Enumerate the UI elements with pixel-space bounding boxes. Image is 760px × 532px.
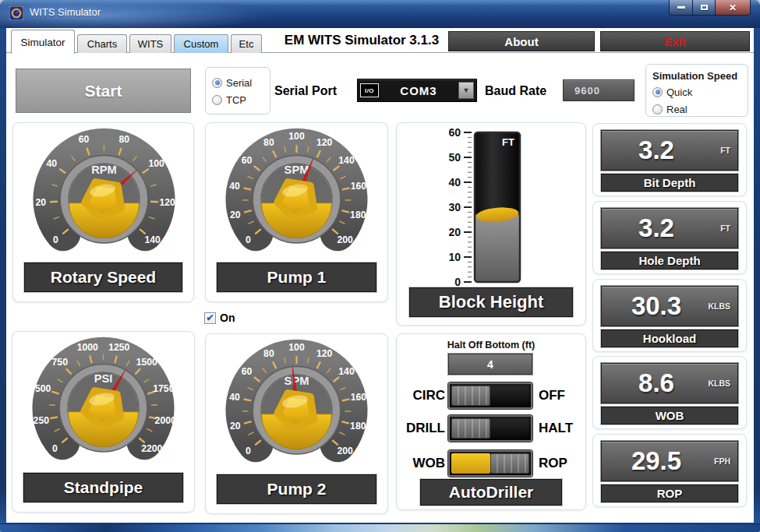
- dropdown-arrow-icon[interactable]: ▼: [458, 82, 474, 99]
- tcp-radio-label: TCP: [226, 94, 246, 106]
- svg-text:750: 750: [52, 357, 69, 368]
- switch-label-wob: WOB: [398, 456, 445, 471]
- toggle-handle[interactable]: [451, 386, 490, 406]
- svg-text:120: 120: [316, 348, 333, 359]
- toggle-handle[interactable]: [451, 418, 490, 439]
- halt-off-bottom-input[interactable]: 4: [448, 354, 532, 375]
- close-button[interactable]: ✕: [715, 0, 751, 16]
- tab-wits[interactable]: WITS: [129, 34, 171, 53]
- autodriller-card: Halt Off Bottom (ft)4CIRCOFFDRILLHALTWOB…: [396, 333, 586, 510]
- svg-text:60: 60: [242, 366, 253, 377]
- svg-text:40: 40: [229, 392, 240, 403]
- window-title: WITS Simulator: [30, 6, 101, 18]
- svg-text:60: 60: [242, 155, 253, 166]
- serial-radio-row[interactable]: Serial: [212, 74, 270, 91]
- quick-radio-row[interactable]: Quick: [652, 83, 748, 100]
- svg-text:0: 0: [454, 276, 461, 287]
- wob-rop-toggle[interactable]: [448, 450, 532, 477]
- io-icon: I/O: [360, 83, 379, 97]
- tab-etc[interactable]: Etc: [231, 34, 262, 53]
- hookload-unit: KLBS: [708, 301, 730, 311]
- svg-text:100: 100: [288, 131, 305, 142]
- hole-depth-unit: FT: [720, 224, 730, 233]
- baud-rate-field[interactable]: 9600: [563, 79, 635, 101]
- hookload-display: 30.3KLBS: [601, 286, 738, 326]
- svg-text:PSI: PSI: [94, 372, 113, 385]
- wob-value: 8.6: [602, 364, 711, 403]
- minimize-button[interactable]: [669, 0, 693, 16]
- svg-text:80: 80: [263, 137, 274, 148]
- svg-text:2200: 2200: [141, 443, 162, 454]
- svg-text:250: 250: [34, 415, 50, 426]
- app-icon: [9, 6, 23, 20]
- svg-text:100: 100: [148, 158, 164, 169]
- rop-label: ROP: [601, 484, 738, 502]
- app-window: WITS Simulator ✕ SimulatorChartsWITSCust…: [0, 0, 760, 532]
- svg-text:120: 120: [159, 197, 175, 208]
- window-bottom-border: [0, 523, 760, 532]
- svg-text:160: 160: [351, 181, 367, 192]
- svg-text:180: 180: [350, 210, 366, 220]
- maximize-button[interactable]: [692, 0, 716, 16]
- wob-card: 8.6KLBSWOB: [592, 356, 747, 429]
- standpipe-gauge: 0250500750100012501500175020002200PSI: [14, 335, 193, 466]
- simulation-speed-group: Simulation Speed Quick Real: [645, 64, 748, 117]
- bit-depth-unit: FT: [720, 146, 730, 155]
- serial-radio[interactable]: [212, 78, 222, 88]
- circ-off-toggle[interactable]: [448, 382, 532, 409]
- tab-charts[interactable]: Charts: [77, 34, 127, 53]
- svg-text:60: 60: [448, 126, 461, 139]
- block-height-gauge: 0102030405060FT: [397, 126, 587, 287]
- serial-port-label: Serial Port: [274, 84, 337, 98]
- quick-radio[interactable]: [652, 87, 663, 97]
- tcp-radio-row[interactable]: TCP: [212, 91, 270, 108]
- svg-text:40: 40: [47, 158, 58, 169]
- pump-2-card: 020406080100120140160180200SPMPump 2: [205, 333, 388, 514]
- real-radio-row[interactable]: Real: [652, 100, 748, 118]
- svg-text:140: 140: [338, 366, 355, 377]
- svg-text:20: 20: [448, 226, 461, 238]
- drill-halt-toggle[interactable]: [448, 415, 532, 442]
- serial-port-value: COM3: [379, 84, 458, 97]
- svg-text:20: 20: [230, 210, 241, 220]
- pump2-on-checkbox[interactable]: ✔: [204, 312, 216, 324]
- svg-text:SPM: SPM: [285, 375, 309, 387]
- about-button[interactable]: About: [448, 31, 595, 51]
- svg-text:180: 180: [350, 421, 366, 432]
- switch-label-rop: ROP: [539, 456, 567, 471]
- real-radio[interactable]: [652, 104, 663, 115]
- hole-depth-value: 3.2: [602, 209, 711, 248]
- rop-display: 29.5FPH: [601, 441, 738, 481]
- tab-simulator[interactable]: Simulator: [11, 30, 75, 54]
- exit-button[interactable]: Exit: [600, 31, 750, 51]
- svg-text:200: 200: [338, 234, 354, 245]
- svg-text:10: 10: [448, 251, 461, 263]
- svg-text:2000: 2000: [155, 415, 176, 426]
- start-button[interactable]: Start: [16, 69, 191, 113]
- wob-label: WOB: [601, 407, 738, 425]
- svg-text:100: 100: [288, 342, 305, 353]
- tab-custom[interactable]: Custom: [174, 34, 228, 53]
- toggle-handle[interactable]: [490, 453, 529, 474]
- title-bar[interactable]: WITS Simulator ✕: [0, 0, 760, 28]
- svg-text:1250: 1250: [108, 342, 129, 353]
- svg-text:200: 200: [338, 446, 354, 456]
- serial-port-dropdown[interactable]: I/O COM3 ▼: [357, 79, 477, 102]
- svg-text:RPM: RPM: [91, 164, 117, 176]
- switch-label-drill: DRILL: [398, 421, 445, 436]
- wob-unit: KLBS: [708, 379, 730, 388]
- svg-text:0: 0: [246, 234, 251, 245]
- hookload-card: 30.3KLBSHookload: [592, 279, 747, 352]
- pump-1-label: Pump 1: [217, 262, 376, 292]
- pump-2-gauge: 020406080100120140160180200SPM: [207, 337, 386, 468]
- quick-radio-label: Quick: [666, 86, 692, 98]
- rop-unit: FPH: [714, 456, 730, 466]
- autodriller-label: AutoDriller: [420, 479, 562, 506]
- rotary-speed-label: Rotary Speed: [24, 262, 182, 292]
- rop-value: 29.5: [602, 442, 711, 481]
- switch-label-circ: CIRC: [398, 388, 445, 403]
- svg-text:40: 40: [229, 181, 240, 192]
- real-radio-label: Real: [666, 104, 688, 115]
- tcp-radio[interactable]: [212, 95, 222, 105]
- svg-text:1500: 1500: [136, 357, 157, 368]
